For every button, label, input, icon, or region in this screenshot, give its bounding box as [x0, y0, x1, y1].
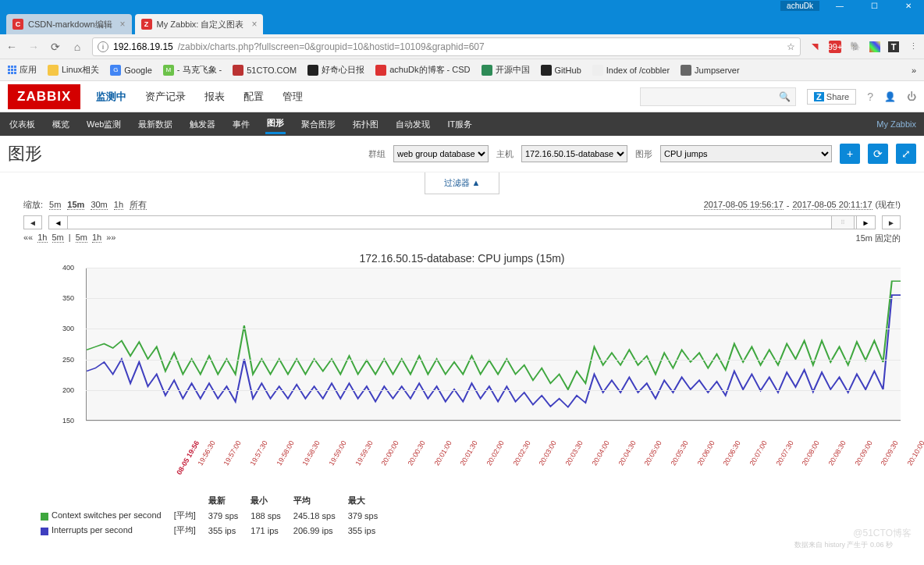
zabbix-share-button[interactable]: ZShare: [807, 89, 856, 105]
filter-toggle-button[interactable]: 过滤器 ▲: [425, 172, 500, 194]
slider-handle[interactable]: ⠿: [831, 216, 855, 229]
zoom-option[interactable]: 5m: [49, 200, 61, 210]
sub-menu-item[interactable]: 图形: [265, 114, 286, 134]
zoom-option[interactable]: 15m: [67, 200, 84, 210]
window-close-button[interactable]: ✕: [894, 0, 922, 11]
zoom-row: 缩放: 5m15m30m1h所有 2017-08-05 19:56:17 - 2…: [0, 194, 924, 215]
zoom-option[interactable]: 1h: [114, 200, 123, 210]
bookmark-icon: [375, 65, 386, 76]
zoom-option[interactable]: 30m: [91, 200, 107, 210]
mini-nav-item[interactable]: 1h: [92, 233, 101, 243]
legend-swatch: [41, 528, 48, 535]
bookmark-apps[interactable]: 应用: [8, 64, 37, 76]
y-tick-label: 300: [62, 325, 74, 332]
x-tick-label: 20:00:00: [380, 439, 400, 467]
bookmark-item[interactable]: Jumpserver: [681, 65, 739, 76]
chrome-menu-icon[interactable]: ⋮: [907, 41, 919, 53]
bookmark-item[interactable]: 好奇心日报: [307, 64, 364, 76]
ext-badge-count[interactable]: 99+: [829, 41, 841, 53]
legend-max: 355 ips: [348, 524, 389, 537]
tab-title: My Zabbix: 自定义图表: [157, 19, 244, 30]
main-menu-item[interactable]: 报表: [203, 87, 226, 107]
tab-close-icon[interactable]: ×: [120, 19, 126, 30]
bookmark-item[interactable]: 51CTO.COM: [233, 65, 297, 76]
ext-icon-1[interactable]: ◥: [808, 41, 821, 53]
bookmark-item[interactable]: Index of /cobbler: [592, 65, 670, 76]
mini-nav-item[interactable]: 5m: [76, 233, 87, 243]
bookmark-item[interactable]: GGoogle: [110, 65, 151, 76]
nav-reload-button[interactable]: ⟳: [48, 41, 62, 53]
x-tick-label: 19:59:00: [328, 439, 348, 467]
mini-nav-item[interactable]: 1h: [37, 233, 47, 243]
help-icon[interactable]: ?: [867, 91, 873, 103]
sub-menu-item[interactable]: IT服务: [446, 115, 474, 133]
main-menu-item[interactable]: 配置: [242, 87, 265, 107]
bookmark-item[interactable]: 开源中国: [482, 64, 530, 76]
extension-icons: ◥ 99+ 🐘 T ⋮: [808, 41, 919, 53]
x-tick-label: 20:02:30: [511, 439, 531, 467]
nav-home-button[interactable]: ⌂: [70, 41, 84, 53]
slider-inner-right[interactable]: ►: [856, 216, 875, 229]
main-menu-item[interactable]: 监测中: [94, 87, 128, 107]
url-path: /zabbix/charts.php?fullscreen=0&groupid=…: [178, 41, 485, 52]
timeline-slider[interactable]: ◄ ⠿ ►: [48, 215, 876, 229]
mini-nav-item[interactable]: ««: [23, 233, 33, 242]
x-tick-label: 19:58:00: [275, 439, 295, 467]
host-select[interactable]: 172.16.50.15-database: [521, 145, 627, 162]
ext-icon-evernote[interactable]: 🐘: [849, 41, 862, 53]
tab-close-icon[interactable]: ×: [251, 19, 257, 30]
browser-tab[interactable]: CCSDN-markdown编辑×: [6, 14, 132, 34]
sub-menu-item[interactable]: 事件: [231, 115, 251, 133]
window-user-badge[interactable]: achuDk: [780, 1, 819, 11]
mini-nav-item[interactable]: |: [69, 233, 71, 242]
sub-menu-item[interactable]: 自动发现: [394, 115, 432, 133]
slider-inner-left[interactable]: ◄: [49, 216, 68, 229]
mini-nav-item[interactable]: »»: [106, 233, 116, 242]
group-select[interactable]: web group database: [393, 145, 489, 162]
sub-menu-item[interactable]: 触发器: [188, 115, 217, 133]
bookmark-item[interactable]: M- 马克飞象 -: [163, 64, 222, 76]
bookmark-star-icon[interactable]: ☆: [787, 41, 795, 52]
window-minimize-button[interactable]: —: [826, 0, 854, 11]
bookmark-overflow[interactable]: »: [912, 66, 916, 75]
x-tick-label: 20:09:00: [853, 439, 873, 467]
time-from[interactable]: 2017-08-05 19:56:17: [704, 200, 784, 210]
fullscreen-button[interactable]: ⤢: [896, 144, 916, 164]
browser-tab[interactable]: ZMy Zabbix: 自定义图表×: [135, 14, 264, 34]
bookmark-item[interactable]: Linux相关: [48, 64, 99, 76]
refresh-button[interactable]: ⟳: [868, 144, 888, 164]
sub-menu-source[interactable]: My Zabbix: [876, 119, 916, 129]
url-field[interactable]: i 192.168.19.15/zabbix/charts.php?fullsc…: [92, 37, 801, 56]
time-now[interactable]: (现在!): [876, 199, 901, 211]
site-info-icon[interactable]: i: [98, 41, 108, 52]
bookmark-item[interactable]: GitHub: [541, 65, 581, 76]
zoom-option[interactable]: 所有: [130, 200, 147, 210]
nav-forward-button[interactable]: →: [27, 41, 41, 53]
sub-menu-item[interactable]: Web监测: [85, 115, 123, 133]
slider-step-left[interactable]: ◄: [23, 215, 42, 229]
bookmark-item[interactable]: achuDk的博客 - CSD: [375, 64, 470, 76]
ext-icon-5[interactable]: T: [888, 41, 899, 52]
nav-back-button[interactable]: ←: [5, 41, 19, 53]
slider-step-right[interactable]: ►: [882, 215, 901, 229]
graph-select[interactable]: CPU jumps: [660, 145, 832, 162]
main-menu-item[interactable]: 资产记录: [144, 87, 187, 107]
sub-menu-item[interactable]: 最新数据: [137, 115, 174, 133]
sub-menu-item[interactable]: 概览: [51, 115, 71, 133]
add-button[interactable]: +: [840, 144, 860, 164]
bookmark-label: Linux相关: [62, 64, 99, 76]
sub-menu-item[interactable]: 拓扑图: [351, 115, 380, 133]
main-menu-item[interactable]: 管理: [281, 87, 304, 107]
window-maximize-button[interactable]: ☐: [860, 0, 888, 11]
zabbix-search-input[interactable]: 🔍: [640, 87, 796, 106]
legend-swatch: [41, 513, 48, 521]
sub-menu-item[interactable]: 聚合图形: [300, 115, 337, 133]
zabbix-logo[interactable]: ZABBIX: [8, 84, 80, 109]
ext-icon-4[interactable]: [869, 41, 880, 52]
zoom-label: 缩放:: [23, 199, 43, 211]
time-to[interactable]: 2017-08-05 20:11:17: [792, 200, 872, 210]
mini-nav-item[interactable]: 5m: [52, 233, 64, 243]
user-icon[interactable]: 👤: [884, 91, 896, 102]
logout-icon[interactable]: ⏻: [907, 91, 916, 102]
sub-menu-item[interactable]: 仪表板: [8, 115, 37, 133]
